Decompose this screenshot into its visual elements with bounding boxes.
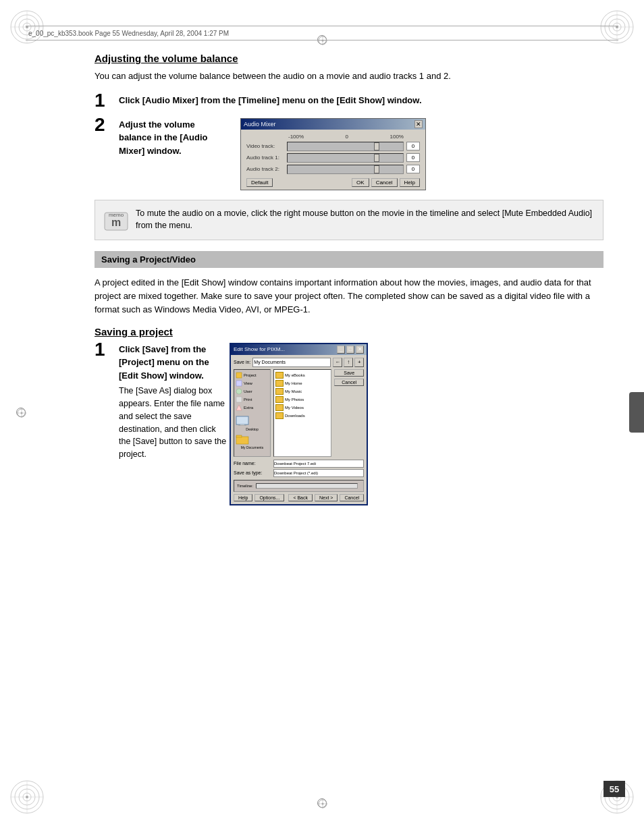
- am-audio2-track-thumb[interactable]: [374, 165, 379, 173]
- main-content: Adjusting the volume balance You can adj…: [95, 53, 603, 784]
- sd-file-music[interactable]: My Music: [275, 387, 329, 395]
- svg-rect-50: [238, 425, 246, 426]
- am-help-button[interactable]: Help: [400, 178, 420, 187]
- svg-point-35: [21, 412, 23, 414]
- sd-filetype-label: Save as type:: [234, 470, 271, 475]
- save-dialog-minimize-button[interactable]: _: [337, 346, 345, 354]
- am-audio2-track-label: Audio track 2:: [246, 166, 287, 172]
- save-dialog-toolbar: Save in: My Documents ← ↑ +: [234, 358, 364, 367]
- am-cancel-button[interactable]: Cancel: [371, 178, 398, 187]
- svg-rect-44: [236, 381, 242, 386]
- save-step1: 1 Click [Save] from the [Project] menu o…: [95, 343, 603, 505]
- sd-file-ebooks[interactable]: My eBooks: [275, 371, 329, 379]
- am-audio2-track-slider[interactable]: [287, 165, 404, 174]
- folder-icon-downloads: [275, 412, 284, 419]
- svg-point-20: [26, 796, 28, 798]
- save-dialog-nav-buttons: ← ↑ +: [333, 358, 364, 367]
- save-dialog-save-button[interactable]: Save: [334, 369, 364, 377]
- svg-point-45: [236, 389, 242, 394]
- save-dialog-back-button[interactable]: < Back: [288, 494, 313, 501]
- save-dialog-titlebar: Edit Show for PIXM... _ □ ✕: [231, 344, 367, 355]
- sd-file-home[interactable]: My Home: [275, 379, 329, 387]
- sd-filename-input[interactable]: [273, 460, 364, 468]
- corner-decoration-bl: [7, 777, 47, 817]
- am-video-track-row: Video track: 0: [246, 142, 420, 151]
- save-dialog-new-folder[interactable]: +: [354, 358, 364, 367]
- save-dialog-help-button[interactable]: Help: [234, 494, 252, 501]
- sd-file-videos[interactable]: My Videos: [275, 404, 329, 412]
- section1-heading: Adjusting the volume balance: [95, 53, 603, 64]
- save-dialog-next-button[interactable]: Next >: [315, 494, 338, 501]
- am-percent-row: -100% 0 100%: [246, 134, 420, 140]
- save-dialog-savein-value[interactable]: My Documents: [252, 358, 331, 367]
- sd-sidebar-item-project[interactable]: Project: [236, 371, 269, 379]
- save-dialog-cancel2-button[interactable]: Cancel: [340, 494, 364, 501]
- memo-text: To mute the audio on a movie, click the …: [136, 207, 595, 233]
- save-dialog-back-nav[interactable]: ←: [333, 358, 342, 367]
- save-dialog-file-area: My eBooks My Home My Music My Photo: [273, 369, 331, 457]
- folder-icon-ebooks: [275, 372, 284, 379]
- save-step1-number: 1: [95, 340, 119, 359]
- svg-marker-47: [236, 405, 242, 410]
- sd-sidebar-desktop[interactable]: Desktop: [236, 416, 269, 431]
- folder-icon-photos: [275, 396, 284, 403]
- step2-number: 2: [95, 115, 119, 134]
- save-step1-inner: 1 Click [Save] from the [Project] menu o…: [95, 343, 230, 461]
- page-number: 55: [603, 781, 625, 797]
- save-step1-text-wrap: Click [Save] from the [Project] menu on …: [119, 343, 230, 461]
- am-audio2-track-row: Audio track 2: 0: [246, 165, 420, 174]
- save-step1-text-block: 1 Click [Save] from the [Project] menu o…: [95, 343, 230, 469]
- am-percent-right: 100%: [390, 134, 404, 140]
- am-audio1-track-thumb[interactable]: [374, 154, 379, 162]
- sd-file-downloads[interactable]: Downloads: [275, 412, 329, 420]
- save-dialog-maximize-button[interactable]: □: [346, 346, 354, 354]
- am-audio1-track-label: Audio track 1:: [246, 155, 287, 161]
- save-dialog-close-button[interactable]: ✕: [356, 346, 364, 354]
- sd-sidebar-item-print[interactable]: Print: [236, 395, 269, 404]
- step2-container: 2 Adjust the volume balance in the [Audi…: [95, 118, 603, 190]
- am-default-button[interactable]: Default: [246, 178, 273, 187]
- audio-mixer-close-button[interactable]: ✕: [414, 120, 423, 128]
- audio-mixer-title: Audio Mixer: [244, 121, 276, 128]
- sd-filetype-input[interactable]: [273, 469, 364, 477]
- am-video-track-slider[interactable]: [287, 142, 404, 151]
- svg-text:m: m: [111, 217, 121, 228]
- save-dialog-up-nav[interactable]: ↑: [344, 358, 353, 367]
- step1: 1 Click [Audio Mixer] from the [Timeline…: [95, 94, 603, 110]
- sd-sidebar-mydocs[interactable]: My Documents: [236, 434, 269, 449]
- save-dialog-options-button[interactable]: Options...: [254, 494, 284, 501]
- svg-rect-48: [236, 416, 248, 424]
- am-video-track-thumb[interactable]: [374, 142, 379, 150]
- save-dialog-savein-label: Save in:: [234, 360, 250, 364]
- sd-timeline-label: Timeline:: [237, 484, 253, 488]
- sd-sidebar-item-view[interactable]: View: [236, 379, 269, 387]
- sd-filename-row: File name:: [234, 460, 364, 468]
- sd-sidebar-item-extra[interactable]: Extra: [236, 404, 269, 412]
- sd-file-photos[interactable]: My Photos: [275, 395, 329, 404]
- am-percent-left: -100%: [288, 134, 304, 140]
- folder-icon-home: [275, 380, 284, 387]
- sd-sidebar-item-user[interactable]: User: [236, 387, 269, 395]
- save-dialog-sidebar: Project View User Print: [234, 369, 271, 457]
- sd-filename-label: File name:: [234, 461, 271, 466]
- am-audio1-track-slider[interactable]: [287, 153, 404, 163]
- svg-text:memo: memo: [109, 212, 124, 218]
- sd-timeline-bar[interactable]: [256, 483, 358, 489]
- crosshair-left: [16, 408, 26, 417]
- audio-mixer-body: -100% 0 100% Video track: 0 Audio track …: [241, 130, 425, 190]
- am-percent-center: 0: [346, 134, 348, 140]
- am-audio2-track-value: 0: [406, 165, 420, 173]
- memo-icon: m memo: [103, 207, 129, 233]
- section2-sub-heading: Saving a project: [95, 326, 603, 337]
- section1-intro: You can adjust the volume balance betwee…: [95, 70, 603, 83]
- sd-filetype-row: Save as type:: [234, 469, 364, 477]
- section2-banner: Saving a Project/Video: [95, 251, 603, 268]
- am-ok-button[interactable]: OK: [352, 178, 369, 187]
- folder-icon-videos: [275, 404, 284, 411]
- step2-text-part: 2 Adjust the volume balance in the [Audi…: [95, 118, 230, 158]
- step2-text: Adjust the volume balance in the [Audio …: [119, 118, 230, 158]
- am-audio1-track-value: 0: [406, 153, 420, 162]
- save-dialog-bottom: File name: Save as type:: [234, 460, 364, 477]
- save-dialog-timeline: Timeline:: [234, 480, 364, 492]
- save-dialog-cancel-button[interactable]: Cancel: [334, 379, 364, 386]
